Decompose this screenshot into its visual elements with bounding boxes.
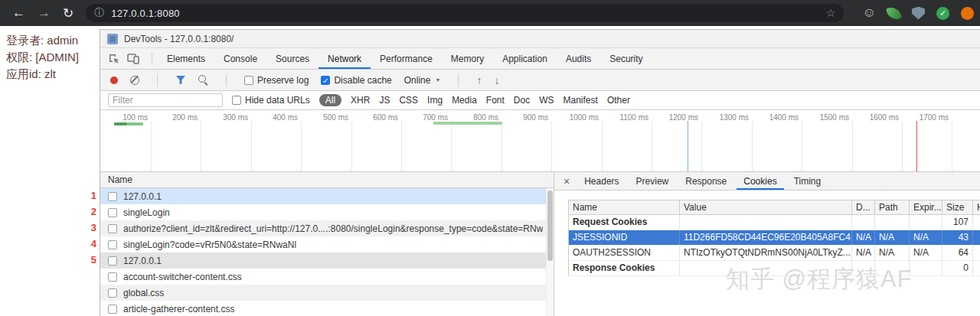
tab-application[interactable]: Application <box>493 48 557 69</box>
col-http[interactable]: H <box>973 200 980 214</box>
request-row-7[interactable]: global.css <box>100 285 554 301</box>
annotation-number-1: 1 <box>86 190 96 201</box>
domcontentloaded-line <box>688 121 688 171</box>
page-info-icon[interactable]: ⓘ <box>94 6 104 20</box>
tab-cookies[interactable]: Cookies <box>737 172 783 190</box>
request-name: singleLogin?code=vRr5N0&state=RNwaNl <box>123 239 296 250</box>
checkbox-unchecked[interactable] <box>232 96 241 105</box>
filter-pill-font[interactable]: Font <box>486 95 505 106</box>
tab-performance[interactable]: Performance <box>371 48 442 69</box>
filter-pill-all[interactable]: All <box>319 94 341 106</box>
forward-icon[interactable]: → <box>38 5 51 21</box>
tab-security[interactable]: Security <box>600 48 652 69</box>
cell-empty <box>680 215 852 230</box>
tab-network[interactable]: Network <box>318 48 371 69</box>
filter-pill-css[interactable]: CSS <box>399 95 418 106</box>
reload-icon[interactable]: ↻ <box>63 5 74 21</box>
request-row-2[interactable]: singleLogin <box>100 204 554 220</box>
tab-audits[interactable]: Audits <box>557 48 600 69</box>
col-expires[interactable]: Expir... <box>910 200 942 214</box>
devtools-window-title: DevTools - 127.0.0.1:8080/ <box>124 34 234 44</box>
hide-data-urls-checkbox[interactable]: Hide data URLs <box>232 95 310 106</box>
cookie-row-jsessionid[interactable]: JSESSIONID 11D266FD58CD44EC96E20B405A8FC… <box>569 230 980 246</box>
tab-elements[interactable]: Elements <box>158 48 214 69</box>
extension-smiley-icon[interactable]: ☺ <box>863 7 876 20</box>
extension-check-icon[interactable]: ✓ <box>936 7 949 20</box>
network-overview-timeline[interactable]: 100 ms 200 ms 300 ms 400 ms 500 ms 600 m… <box>100 110 980 172</box>
extension-leaf-icon[interactable] <box>886 5 902 21</box>
timeline-gridline <box>652 121 652 171</box>
request-name: singleLogin <box>123 207 170 218</box>
waterfall-bar <box>127 122 143 125</box>
filter-pill-img[interactable]: Img <box>427 95 443 106</box>
checkbox-unchecked[interactable] <box>244 76 253 85</box>
tab-console[interactable]: Console <box>214 48 266 69</box>
timeline-gridline <box>551 121 552 171</box>
request-row-5[interactable]: 127.0.0.1 <box>100 252 554 269</box>
cookie-row-oauth2session[interactable]: OAUTH2SESSION NTIzOTkyOTQtNDRmNS00NjA0LT… <box>569 246 980 261</box>
profile-avatar-icon[interactable] <box>961 7 974 20</box>
cookie-size: 43 <box>942 230 973 245</box>
cookie-expires: N/A <box>910 246 942 260</box>
bookmark-star-icon[interactable]: ☆ <box>826 7 836 19</box>
address-bar[interactable]: ⓘ 127.0.0.1:8080 ☆ <box>86 4 844 22</box>
timeline-label: 800 ms <box>452 113 498 122</box>
timeline-gridline <box>251 121 252 171</box>
close-details-icon[interactable]: × <box>564 172 570 190</box>
search-icon[interactable] <box>198 75 208 85</box>
url-text[interactable]: 127.0.0.1:8080 <box>111 8 180 19</box>
col-path[interactable]: Path <box>875 200 910 214</box>
filter-pill-ws[interactable]: WS <box>539 95 554 106</box>
devtools-titlebar[interactable]: DevTools - 127.0.0.1:8080/ <box>100 30 980 48</box>
filter-pill-manifest[interactable]: Manifest <box>564 95 598 106</box>
request-cookies-group-row[interactable]: Request Cookies 107 <box>569 215 980 230</box>
request-row-3[interactable]: authorize?client_id=zlt&redirect_uri=htt… <box>100 220 554 236</box>
export-har-icon[interactable]: ↓ <box>494 74 499 86</box>
tab-preview[interactable]: Preview <box>629 172 676 190</box>
hide-data-urls-label: Hide data URLs <box>245 95 310 106</box>
filter-input[interactable] <box>108 93 223 107</box>
tab-timing[interactable]: Timing <box>787 172 828 190</box>
cookie-path: N/A <box>875 230 910 245</box>
filter-funnel-icon[interactable] <box>175 75 186 85</box>
requests-column-header[interactable]: Name <box>100 172 554 188</box>
extension-shield-icon[interactable] <box>912 7 925 20</box>
col-domain[interactable]: D... <box>852 200 875 214</box>
col-value[interactable]: Value <box>680 200 852 214</box>
device-toolbar-icon[interactable] <box>127 48 139 69</box>
permission-text: 权限: [ADMIN] <box>6 49 79 66</box>
inspect-element-icon[interactable] <box>108 48 120 69</box>
document-icon <box>108 208 117 217</box>
document-icon <box>108 256 117 266</box>
timeline-label: 300 ms <box>202 113 248 122</box>
scrollbar-thumb[interactable] <box>547 191 553 261</box>
checkbox-checked[interactable]: ✓ <box>321 76 330 85</box>
import-har-icon[interactable]: ↑ <box>476 74 482 86</box>
requests-scrollbar[interactable] <box>546 188 554 316</box>
request-row-8[interactable]: article-gatherer-content.css <box>100 301 554 316</box>
filter-pill-xhr[interactable]: XHR <box>351 95 370 106</box>
disable-cache-checkbox[interactable]: ✓ Disable cache <box>321 75 391 86</box>
cookie-value: 11D266FD58CD44EC96E20B405A8FC4... <box>680 230 852 245</box>
clear-icon[interactable] <box>130 76 139 85</box>
col-name[interactable]: Name <box>569 200 680 214</box>
col-size[interactable]: Size <box>942 200 973 214</box>
preserve-log-label: Preserve log <box>257 75 309 86</box>
request-row-1[interactable]: 127.0.0.1 <box>100 188 554 204</box>
tab-headers[interactable]: Headers <box>577 172 626 190</box>
filter-pill-doc[interactable]: Doc <box>514 95 530 106</box>
request-row-6[interactable]: account-switcher-content.css <box>100 269 554 285</box>
request-row-4[interactable]: singleLogin?code=vRr5N0&state=RNwaNl <box>100 236 554 252</box>
tab-memory[interactable]: Memory <box>442 48 493 69</box>
back-icon[interactable]: ← <box>12 5 25 21</box>
throttling-dropdown[interactable]: Online ▼ <box>404 75 441 86</box>
filter-pill-other[interactable]: Other <box>607 95 630 106</box>
preserve-log-checkbox[interactable]: Preserve log <box>244 75 309 86</box>
filter-pill-media[interactable]: Media <box>452 95 477 106</box>
filter-pill-js[interactable]: JS <box>379 95 390 106</box>
record-button[interactable] <box>110 77 118 84</box>
timeline-gridline <box>802 121 802 171</box>
tab-response[interactable]: Response <box>678 172 733 190</box>
tab-sources[interactable]: Sources <box>266 48 318 69</box>
cell-empty <box>973 215 980 230</box>
